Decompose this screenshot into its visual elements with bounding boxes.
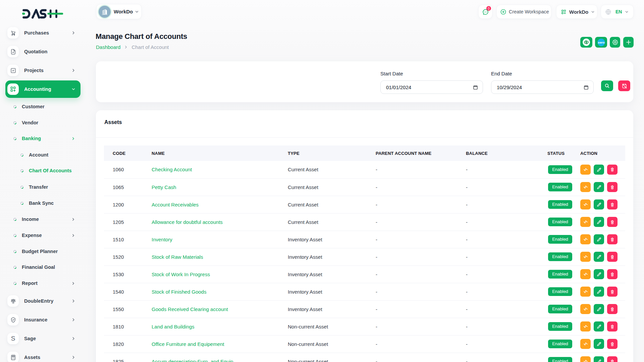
svg-text:xero: xero [598, 40, 605, 44]
